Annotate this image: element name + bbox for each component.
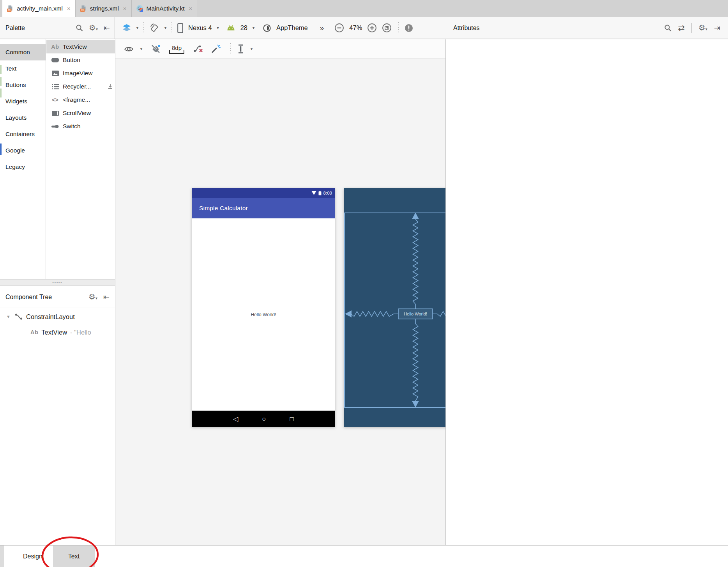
orientation-icon[interactable] <box>149 23 159 33</box>
close-icon[interactable]: × <box>67 5 71 12</box>
chevron-down-icon[interactable]: ▾ <box>217 26 219 30</box>
palette-item[interactable]: ImageView <box>46 67 115 80</box>
palette-header: Palette ⚙▾ ⇤ <box>0 17 115 39</box>
palette-item[interactable]: Button <box>46 53 115 67</box>
gear-icon[interactable]: ⚙▾ <box>88 293 97 301</box>
tree-node-textview[interactable]: AbTextView - "Hello <box>0 325 115 339</box>
palette-category-text[interactable]: Text <box>0 60 46 77</box>
theme-icon <box>263 24 271 32</box>
status-time: 8:00 <box>323 191 332 195</box>
panel-splitter[interactable]: ••••• <box>0 279 115 286</box>
tree-node-constraintlayout[interactable]: ▼ConstraintLayout <box>0 310 115 324</box>
svg-text:<>: <> <box>7 8 11 12</box>
android-studio-layout-editor: <>activity_main.xml×<>strings.xml×CMainA… <box>0 0 728 567</box>
fragment-icon: <> <box>51 97 59 103</box>
phone-status-bar: 8:00 <box>192 188 335 198</box>
hello-world-textview[interactable]: Hello World! <box>251 312 276 317</box>
palette-item-label: ScrollView <box>63 110 91 117</box>
zoom-to-fit-button[interactable] <box>382 23 392 33</box>
hide-panel-icon[interactable]: ⇥ <box>714 24 720 32</box>
separator <box>691 23 692 33</box>
editor-mode-bar: DesignText <box>0 545 728 567</box>
attributes-header: Attributes ⇄ ⚙▾ ⇥ <box>446 17 728 39</box>
chevron-down-icon[interactable]: ▾ <box>251 47 253 51</box>
chevron-down-icon[interactable]: ▾ <box>140 47 142 51</box>
chevron-down-icon: ▾ <box>96 27 98 31</box>
design-surface-icon[interactable] <box>122 24 131 32</box>
separator <box>398 22 399 34</box>
autoconnect-magnet-icon[interactable] <box>150 44 161 54</box>
chevron-down-icon[interactable]: ▾ <box>136 26 138 30</box>
palette-category-buttons[interactable]: Buttons <box>0 77 46 93</box>
editor-tab[interactable]: <>strings.xml× <box>76 0 132 17</box>
bottom-gutter <box>0 546 4 567</box>
close-icon[interactable]: × <box>189 5 193 12</box>
palette-item-label: <fragme... <box>63 96 90 103</box>
default-margin-selector[interactable]: 8dp <box>169 44 184 54</box>
palette-category-common[interactable]: Common <box>0 44 46 60</box>
search-icon[interactable] <box>664 24 671 32</box>
design-canvas[interactable]: 8:00 Simple Calculator Hello World! ◁ ○ … <box>115 59 445 545</box>
palette-item[interactable]: <><fragme... <box>46 93 115 106</box>
search-icon[interactable] <box>76 24 83 32</box>
palette-category-layouts[interactable]: Layouts <box>0 110 46 126</box>
infer-constraints-wand-icon[interactable] <box>210 44 221 54</box>
editor-tab[interactable]: CMainActivity.kt× <box>132 0 198 17</box>
editor-tab[interactable]: <>activity_main.xml× <box>2 0 76 17</box>
mode-tab-text[interactable]: Text <box>53 546 95 567</box>
palette-category-list: CommonTextButtonsWidgetsLayoutsContainer… <box>0 39 46 279</box>
gutter-tick <box>0 65 2 74</box>
palette-category-widgets[interactable]: Widgets <box>0 93 46 110</box>
zoom-out-button[interactable] <box>334 23 344 33</box>
chevron-down-icon[interactable]: ▾ <box>164 26 166 30</box>
palette-title: Palette <box>5 25 25 32</box>
zoom-in-button[interactable] <box>367 23 377 33</box>
chevron-down-icon: ▾ <box>95 296 97 300</box>
zoom-level: 47% <box>349 24 362 32</box>
gutter-tick <box>0 89 2 97</box>
hide-panel-icon[interactable]: ⇤ <box>104 24 110 32</box>
canvas-toolbar: ▾ 8dp ▾ <box>115 39 445 59</box>
palette-item[interactable]: Switch <box>46 120 115 133</box>
palette-and-tree-panel: CommonTextButtonsWidgetsLayoutsContainer… <box>0 39 115 545</box>
tab-label: strings.xml <box>90 5 119 12</box>
separator <box>171 22 172 34</box>
app-bar-title: Simple Calculator <box>199 205 248 212</box>
design-view-phone: 8:00 Simple Calculator Hello World! ◁ ○ … <box>192 188 335 427</box>
phone-body: Hello World! <box>192 218 335 411</box>
blueprint-textview-label: Hello World! <box>404 312 427 316</box>
design-surface-toolbar: ▾ ▾ Nexus 4 ▾ 28 ▾ AppTheme » 47% <box>115 17 446 39</box>
gear-icon[interactable]: ⚙▾ <box>89 24 98 32</box>
swap-panel-icon[interactable]: ⇄ <box>678 24 685 32</box>
palette-category-containers[interactable]: Containers <box>0 126 46 142</box>
palette-item[interactable]: Recycler... <box>46 80 115 93</box>
close-icon[interactable]: × <box>123 5 127 12</box>
device-selector[interactable]: Nexus 4 <box>188 24 212 32</box>
api-level-selector[interactable]: 28 <box>240 24 247 32</box>
palette-item[interactable]: ScrollView <box>46 106 115 120</box>
chevron-down-icon[interactable]: ▾ <box>253 26 254 30</box>
overflow-chevron[interactable]: » <box>320 24 324 32</box>
tab-label: activity_main.xml <box>17 5 63 12</box>
device-icon <box>177 23 183 33</box>
attributes-panel-body <box>445 39 728 545</box>
constraintlayout-icon <box>14 313 23 320</box>
hide-panel-icon[interactable]: ⇤ <box>103 293 110 301</box>
clear-constraints-icon[interactable] <box>193 44 204 53</box>
palette-category-google[interactable]: Google <box>0 142 46 159</box>
kotlin-file-icon: C <box>136 5 143 12</box>
component-tree: ▼ConstraintLayoutAbTextView - "Hello <box>0 308 115 545</box>
expand-arrow-icon[interactable]: ▼ <box>5 314 11 319</box>
gear-icon[interactable]: ⚙▾ <box>698 24 707 32</box>
mode-tab-design[interactable]: Design <box>12 546 53 567</box>
align-ibeam-icon[interactable] <box>237 44 244 54</box>
palette-category-legacy[interactable]: Legacy <box>0 159 46 175</box>
theme-selector[interactable]: AppTheme <box>276 24 308 32</box>
warnings-errors-icon[interactable] <box>404 23 413 33</box>
palette-item[interactable]: AbTextView <box>46 40 115 53</box>
separator <box>143 22 144 34</box>
attributes-title: Attributes <box>453 25 480 32</box>
view-options-eye-icon[interactable] <box>124 46 134 52</box>
palette-item-label: Switch <box>63 123 81 130</box>
tree-node-label: TextView <box>41 329 67 336</box>
